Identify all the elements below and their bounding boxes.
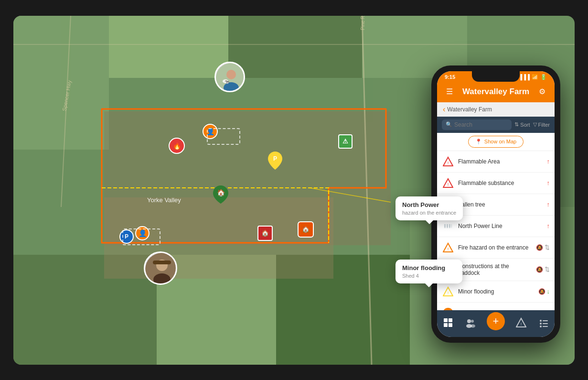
show-map-label: Show on Map xyxy=(484,139,516,144)
settings-icon: ⚙ xyxy=(539,87,545,96)
status-time: 9:15 xyxy=(445,74,455,80)
settings-button[interactable]: ⚙ xyxy=(535,85,549,98)
arrow-up-icon-2: ↑ xyxy=(547,179,550,186)
people-icon xyxy=(464,316,477,329)
signal-icon: ▐▐▐ xyxy=(519,74,530,80)
svg-point-64 xyxy=(540,326,542,327)
svg-rect-65 xyxy=(543,326,548,327)
grid-icon xyxy=(442,316,454,329)
popup-north-power: North Power hazard on the entrance xyxy=(396,196,463,220)
list-item-minor-flooding[interactable]: ! Minor flooding 🔕 ↓ xyxy=(437,281,555,303)
show-on-map-button[interactable]: 📍 Show on Map xyxy=(468,136,524,148)
svg-rect-53 xyxy=(449,323,452,327)
red-shed-marker[interactable]: 🏠 xyxy=(257,226,273,241)
svg-text:Yorke Valley: Yorke Valley xyxy=(147,196,181,204)
svg-point-54 xyxy=(467,319,471,323)
constructions-actions: 🔕 ⇅ xyxy=(536,266,550,273)
list-item-fire-hazard[interactable]: ! Fire hazard on the entrance 🔕 ⇅ xyxy=(437,237,555,259)
mute-icon-1: 🔕 xyxy=(536,244,543,251)
svg-rect-51 xyxy=(449,318,452,322)
svg-text:Pine R: Pine R xyxy=(360,16,365,30)
svg-rect-1 xyxy=(13,16,109,150)
search-input-wrap: 🔍 xyxy=(442,119,512,130)
show-map-wrap: 📍 Show on Map xyxy=(437,133,555,151)
popup-subtitle-1: hazard on the entrance xyxy=(402,210,456,216)
battery-icon: 🔋 xyxy=(540,74,547,80)
svg-rect-29 xyxy=(153,261,171,264)
list-item-flammable-area[interactable]: ! Flammable Area ↑ xyxy=(437,151,555,173)
menu-button[interactable]: ☰ xyxy=(443,85,456,98)
warning-green-marker[interactable]: ⚠ xyxy=(338,134,353,149)
fire-hazard-actions: 🔕 ⇅ xyxy=(536,244,550,251)
popup-minor-flooding: Minor flooding Shed 4 xyxy=(396,260,462,283)
hazard-list: ! Flammable Area ↑ ! xyxy=(437,151,555,310)
breadcrumb-text: Watervalley Farm xyxy=(447,106,492,113)
svg-point-62 xyxy=(540,323,542,325)
yellow-pin-marker[interactable]: P xyxy=(268,152,282,172)
fire-hazard-icon: ! xyxy=(442,241,454,254)
popup-title-2: Minor flooding xyxy=(402,264,456,271)
flammable-substance-actions: ↑ xyxy=(547,179,550,186)
arrow-up-icon-4: ↑ xyxy=(547,222,550,229)
nav-list[interactable] xyxy=(537,316,550,329)
nav-people[interactable] xyxy=(464,316,477,329)
svg-text:!: ! xyxy=(448,247,449,251)
svg-point-60 xyxy=(540,320,542,322)
breadcrumb: ‹ Watervalley Farm xyxy=(437,102,555,117)
svg-point-57 xyxy=(470,324,475,327)
fire-hazard-marker[interactable]: 🔥 xyxy=(169,138,185,154)
fire-hazard-label: Fire hazard on the entrance xyxy=(458,244,532,251)
hay-shed-a-icon xyxy=(442,307,454,310)
warning-nav-icon: ! xyxy=(515,316,527,329)
fallen-tree-actions: ↑ xyxy=(547,201,550,208)
nav-warning[interactable]: ! xyxy=(515,316,527,329)
flammable-area-icon: ! xyxy=(442,155,454,168)
avatar-farm-person: 🐄 xyxy=(214,62,245,92)
search-bar: 🔍 ⇅ Sort ▽ Filter xyxy=(437,117,555,133)
svg-text:!: ! xyxy=(448,291,449,295)
arrow-down-icon-1: ↓ xyxy=(547,288,550,295)
fallen-tree-label: Fallen tree xyxy=(458,201,543,208)
svg-rect-61 xyxy=(543,320,548,321)
sort-label: Sort xyxy=(520,122,530,128)
nav-grid[interactable] xyxy=(442,316,454,329)
mute-icon-2: 🔕 xyxy=(536,266,543,273)
back-arrow[interactable]: ‹ xyxy=(443,105,445,114)
shed-green-marker[interactable]: 🏠 xyxy=(213,185,228,206)
wifi-icon: 📶 xyxy=(532,74,538,80)
filter-label: Filter xyxy=(538,122,550,128)
orange-shed-marker[interactable]: 🏠 xyxy=(298,221,314,238)
menu-icon: ☰ xyxy=(446,87,453,96)
list-item-flammable-substance[interactable]: ! Flammable substance ↑ xyxy=(437,173,555,194)
search-input[interactable] xyxy=(454,121,508,128)
filter-button[interactable]: ▽ Filter xyxy=(533,121,550,128)
svg-point-21 xyxy=(226,70,236,79)
nav-add[interactable]: + xyxy=(487,315,505,330)
popup-arrow-2 xyxy=(425,283,433,287)
svg-text:🏠: 🏠 xyxy=(217,189,225,197)
map-pin-icon: 📍 xyxy=(475,139,482,145)
svg-rect-2 xyxy=(109,16,228,78)
svg-rect-50 xyxy=(444,318,448,322)
sort-button[interactable]: ⇅ Sort xyxy=(514,121,530,128)
flammable-area-label: Flammable Area xyxy=(458,158,543,165)
svg-text:!: ! xyxy=(521,322,522,326)
svg-rect-63 xyxy=(543,323,548,324)
svg-rect-3 xyxy=(228,16,362,78)
flammable-substance-icon: ! xyxy=(442,177,454,189)
add-icon: + xyxy=(487,312,505,330)
search-icon: 🔍 xyxy=(446,121,452,128)
avatar-man-hat xyxy=(144,251,177,285)
filter-icon: ▽ xyxy=(533,121,537,128)
north-power-actions: ↑ xyxy=(547,222,550,229)
list-item-hay-shed-a[interactable]: Hay Shed A xyxy=(437,303,555,310)
svg-rect-52 xyxy=(444,323,448,327)
mute-icon-3: 🔕 xyxy=(538,288,545,295)
north-power-label: North Power Line xyxy=(458,223,543,229)
popup-arrow-1 xyxy=(426,220,433,224)
sort-icon: ⇅ xyxy=(514,121,519,128)
dashed-indicator-bottom xyxy=(122,228,160,245)
minor-flooding-actions: 🔕 ↓ xyxy=(538,288,550,295)
svg-text:!: ! xyxy=(448,182,449,187)
arrow-neutral-icon-1: ⇅ xyxy=(545,244,550,251)
